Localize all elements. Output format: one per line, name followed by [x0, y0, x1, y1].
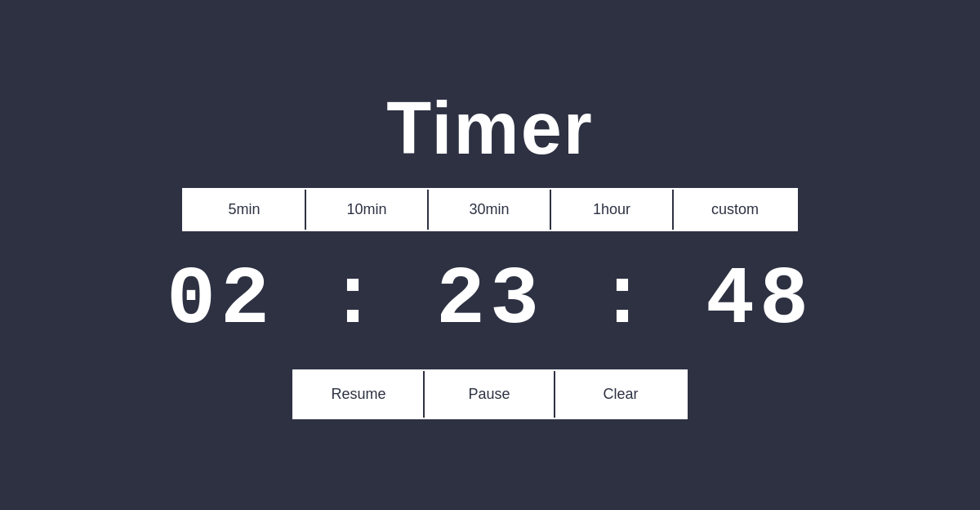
page-title: Timer: [386, 92, 593, 165]
timer-app: Timer 5min 10min 30min 1hour custom 02 :…: [167, 92, 813, 419]
preset-1hour-button[interactable]: 1hour: [551, 190, 674, 230]
preset-buttons-group: 5min 10min 30min 1hour custom: [182, 188, 798, 231]
clear-button[interactable]: Clear: [555, 371, 686, 418]
preset-30min-button[interactable]: 30min: [429, 190, 551, 230]
preset-5min-button[interactable]: 5min: [184, 190, 306, 230]
timer-display: 02 : 23 : 48: [167, 254, 813, 347]
resume-button[interactable]: Resume: [294, 371, 425, 418]
preset-custom-button[interactable]: custom: [674, 190, 796, 230]
pause-button[interactable]: Pause: [425, 371, 555, 418]
preset-10min-button[interactable]: 10min: [306, 190, 429, 230]
control-buttons-group: Resume Pause Clear: [292, 369, 688, 419]
